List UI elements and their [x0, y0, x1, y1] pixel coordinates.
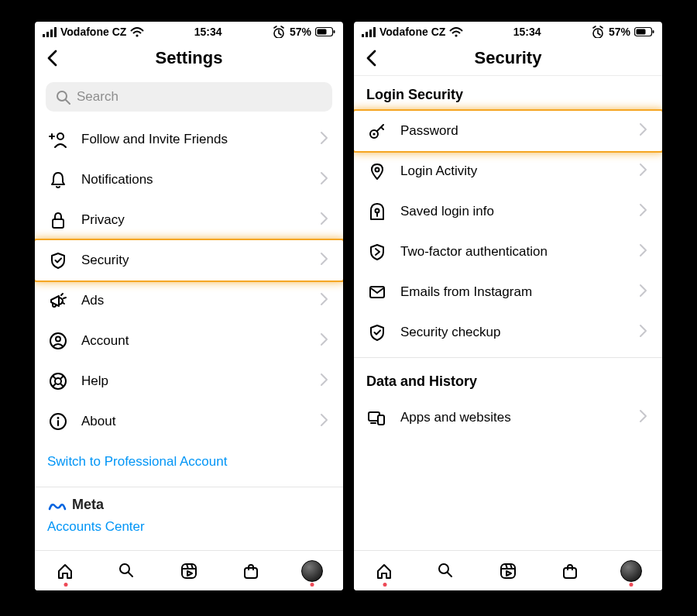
row-label: Security [81, 253, 304, 268]
megaphone-icon [47, 290, 69, 311]
shield-icon [47, 249, 69, 271]
notification-dot [311, 583, 314, 587]
chevron-right-icon [317, 251, 331, 270]
tab-profile[interactable] [297, 556, 328, 587]
tab-reels[interactable] [493, 556, 524, 587]
chevron-right-icon [317, 412, 331, 431]
follow-invite-icon [47, 129, 69, 150]
battery-percent: 57% [609, 26, 630, 38]
notification-dot [630, 583, 633, 587]
tab-search[interactable] [112, 556, 142, 587]
status-bar: Vodafone CZ 15:34 57% [354, 22, 662, 40]
clock: 15:34 [513, 26, 541, 38]
avatar [301, 560, 323, 582]
divider [354, 357, 662, 358]
tab-shop[interactable] [555, 556, 585, 587]
tab-home[interactable] [50, 556, 81, 587]
chevron-right-icon [317, 170, 331, 189]
row-label: Notifications [81, 172, 304, 188]
signal-icon [43, 26, 57, 37]
chevron-right-icon [317, 332, 331, 350]
row-account[interactable]: Account [35, 321, 343, 361]
home-icon [375, 562, 395, 580]
devices-icon [366, 407, 388, 428]
notification-dot [383, 583, 386, 587]
row-saved-login[interactable]: Saved login info [354, 191, 662, 232]
row-label: Ads [81, 293, 304, 308]
chevron-right-icon [636, 122, 650, 140]
tab-bar [35, 550, 343, 590]
battery-icon [634, 26, 654, 38]
lifebuoy-icon [47, 370, 69, 392]
row-two-factor[interactable]: Two-factor authentication [354, 232, 662, 272]
row-security[interactable]: Security [35, 240, 343, 280]
page-title: Settings [156, 48, 223, 68]
back-button[interactable] [359, 45, 385, 71]
phone-security: Vodafone CZ 15:34 57% Security Login Sec… [354, 22, 662, 590]
row-label: Saved login info [400, 204, 623, 219]
row-label: Password [400, 123, 623, 139]
reels-icon [180, 562, 198, 580]
wifi-icon [449, 26, 463, 37]
row-label: Help [81, 373, 304, 389]
tab-shop[interactable] [235, 556, 266, 587]
row-follow-invite[interactable]: Follow and Invite Friends [35, 119, 343, 160]
section-login-security: Login Security [354, 76, 662, 111]
tab-search[interactable] [431, 556, 462, 587]
reels-icon [499, 562, 517, 580]
row-label: Security checkup [400, 325, 623, 340]
meta-icon [47, 498, 67, 512]
chevron-right-icon [636, 283, 650, 301]
signal-icon [362, 26, 376, 37]
shop-icon [242, 562, 260, 580]
row-label: Follow and Invite Friends [81, 132, 304, 147]
carrier-label: Vodafone CZ [60, 26, 126, 38]
wifi-icon [130, 26, 144, 37]
chevron-right-icon [636, 202, 650, 221]
row-label: Apps and websites [400, 410, 623, 425]
chevron-right-icon [636, 323, 650, 342]
row-label: About [81, 414, 304, 429]
tab-reels[interactable] [173, 556, 204, 587]
home-icon [56, 562, 76, 580]
row-password[interactable]: Password [354, 111, 662, 151]
tab-home[interactable] [369, 556, 400, 587]
chevron-right-icon [317, 372, 331, 391]
row-help[interactable]: Help [35, 361, 343, 401]
alarm-icon [272, 26, 286, 38]
row-privacy[interactable]: Privacy [35, 200, 343, 240]
row-emails-instagram[interactable]: Emails from Instagram [354, 272, 662, 312]
row-login-activity[interactable]: Login Activity [354, 151, 662, 191]
bell-icon [47, 169, 69, 191]
info-icon [47, 411, 69, 432]
section-data-history: Data and History [354, 363, 662, 397]
row-about[interactable]: About [35, 401, 343, 442]
search-icon [118, 562, 136, 580]
tab-profile[interactable] [616, 556, 647, 587]
row-label: Login Activity [400, 163, 623, 179]
shield-check-icon [366, 322, 388, 343]
switch-professional-link[interactable]: Switch to Professional Account [35, 442, 343, 482]
meta-label: Meta [72, 497, 104, 513]
battery-percent: 57% [290, 26, 311, 38]
alarm-icon [591, 26, 605, 38]
mail-icon [366, 281, 388, 303]
avatar [620, 560, 642, 582]
row-apps-websites[interactable]: Apps and websites [354, 397, 662, 438]
nav-header: Security [354, 40, 662, 76]
divider [35, 487, 343, 487]
keyhole-icon [366, 201, 388, 222]
tab-bar [354, 550, 662, 590]
accounts-center-link[interactable]: Accounts Center [47, 513, 331, 535]
chevron-right-icon [317, 291, 331, 310]
search-input[interactable]: Search [46, 82, 332, 112]
row-notifications[interactable]: Notifications [35, 160, 343, 200]
search-icon [437, 562, 455, 580]
row-security-checkup[interactable]: Security checkup [354, 312, 662, 353]
row-label: Emails from Instagram [400, 284, 623, 300]
status-bar: Vodafone CZ 15:34 57% [35, 22, 343, 40]
back-button[interactable] [39, 45, 66, 71]
meta-logo: Meta [47, 497, 331, 513]
row-label: Account [81, 333, 304, 349]
row-ads[interactable]: Ads [35, 280, 343, 321]
